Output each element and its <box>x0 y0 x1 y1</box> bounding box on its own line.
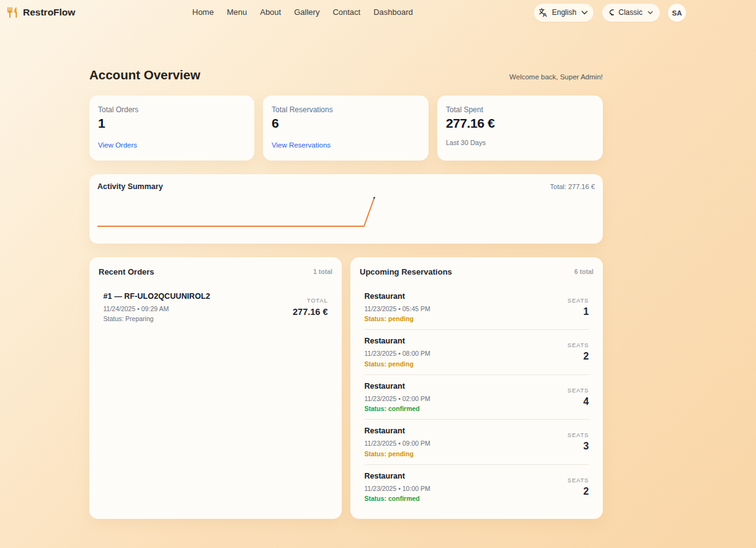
svg-text:A: A <box>543 11 547 17</box>
